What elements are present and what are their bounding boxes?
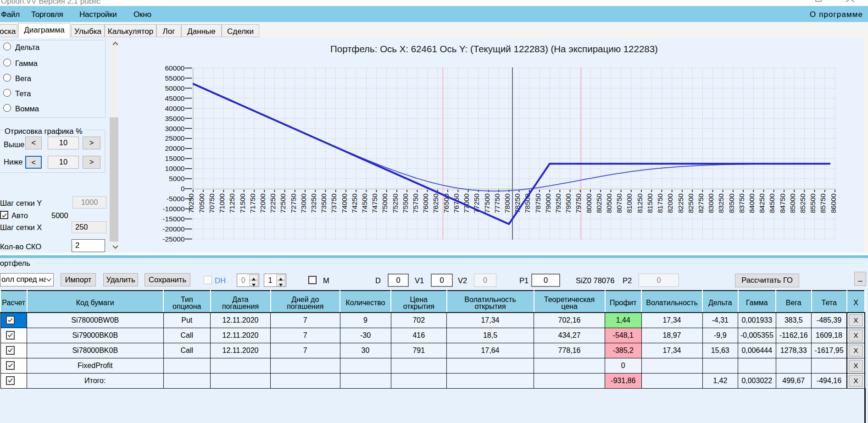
svg-text:10000: 10000 <box>165 165 184 172</box>
svg-text:84000: 84000 <box>748 193 756 213</box>
svg-text:-20000: -20000 <box>162 225 185 233</box>
svg-text:45000: 45000 <box>165 94 184 102</box>
svg-text:80000: 80000 <box>585 193 593 213</box>
svg-text:86000: 86000 <box>829 193 837 213</box>
svg-text:82250: 82250 <box>677 193 684 213</box>
svg-text:-5000: -5000 <box>167 195 185 203</box>
svg-text:85750: 85750 <box>819 193 827 213</box>
svg-text:74000: 74000 <box>340 193 348 213</box>
svg-text:78750: 78750 <box>534 193 542 213</box>
svg-text:81750: 81750 <box>656 193 664 213</box>
svg-text:60000: 60000 <box>165 64 184 72</box>
svg-text:72250: 72250 <box>269 193 277 213</box>
svg-text:82000: 82000 <box>666 193 674 213</box>
svg-text:85000: 85000 <box>789 193 796 213</box>
svg-text:83750: 83750 <box>738 193 746 213</box>
svg-text:71000: 71000 <box>218 193 226 213</box>
svg-text:82750: 82750 <box>697 193 705 213</box>
svg-text:72000: 72000 <box>259 193 267 213</box>
svg-text:82500: 82500 <box>687 193 695 213</box>
svg-text:75000: 75000 <box>381 193 389 213</box>
svg-text:72500: 72500 <box>279 193 287 213</box>
svg-text:40000: 40000 <box>165 104 184 112</box>
svg-text:72750: 72750 <box>289 193 297 213</box>
svg-text:71500: 71500 <box>239 193 246 213</box>
svg-text:71750: 71750 <box>249 193 256 213</box>
svg-text:81250: 81250 <box>636 193 644 213</box>
svg-text:73750: 73750 <box>330 193 338 213</box>
svg-text:85500: 85500 <box>809 193 817 213</box>
svg-text:30000: 30000 <box>165 125 184 132</box>
svg-text:78000: 78000 <box>503 193 511 213</box>
svg-text:80250: 80250 <box>595 193 603 213</box>
svg-text:25000: 25000 <box>165 134 184 142</box>
svg-text:74250: 74250 <box>351 193 358 213</box>
svg-text:70250: 70250 <box>187 193 195 213</box>
svg-text:79250: 79250 <box>554 193 562 213</box>
svg-text:15000: 15000 <box>165 154 184 162</box>
svg-text:81500: 81500 <box>646 193 654 213</box>
svg-text:-25000: -25000 <box>162 235 185 243</box>
svg-text:71250: 71250 <box>228 193 236 213</box>
svg-text:85250: 85250 <box>799 193 807 213</box>
svg-text:70750: 70750 <box>208 193 216 213</box>
svg-text:73250: 73250 <box>310 193 317 213</box>
svg-text:84500: 84500 <box>768 193 776 213</box>
svg-text:77750: 77750 <box>493 193 501 213</box>
svg-text:74750: 74750 <box>371 193 378 213</box>
svg-text:79750: 79750 <box>574 193 582 213</box>
svg-text:83000: 83000 <box>707 193 715 213</box>
svg-text:55000: 55000 <box>165 74 184 82</box>
svg-text:75500: 75500 <box>401 193 409 213</box>
svg-text:20000: 20000 <box>165 144 184 152</box>
svg-text:70500: 70500 <box>198 193 206 213</box>
svg-text:79000: 79000 <box>544 193 552 213</box>
svg-text:76000: 76000 <box>422 193 429 213</box>
svg-text:76750: 76750 <box>452 193 460 213</box>
svg-text:80750: 80750 <box>615 193 623 213</box>
svg-text:83250: 83250 <box>717 193 725 213</box>
svg-text:81000: 81000 <box>625 193 633 213</box>
svg-text:74500: 74500 <box>361 193 368 213</box>
svg-text:75750: 75750 <box>412 193 419 213</box>
svg-text:0: 0 <box>181 185 185 192</box>
svg-text:35000: 35000 <box>165 115 184 122</box>
svg-text:5000: 5000 <box>169 175 185 182</box>
svg-text:79500: 79500 <box>564 193 572 213</box>
svg-text:84750: 84750 <box>779 193 786 213</box>
svg-text:73500: 73500 <box>320 193 328 213</box>
svg-text:77500: 77500 <box>483 193 491 213</box>
svg-text:75250: 75250 <box>391 193 399 213</box>
svg-text:-15000: -15000 <box>162 215 185 223</box>
svg-text:-10000: -10000 <box>162 205 185 213</box>
svg-text:76250: 76250 <box>432 193 440 213</box>
svg-text:73000: 73000 <box>300 193 307 213</box>
svg-text:80500: 80500 <box>605 193 613 213</box>
svg-text:Портфель: Ось X: 62461 Ось Y:: Портфель: Ось X: 62461 Ось Y: (Текущий 1… <box>330 44 658 54</box>
svg-text:83500: 83500 <box>728 193 735 213</box>
svg-text:50000: 50000 <box>165 84 184 92</box>
svg-text:84250: 84250 <box>758 193 766 213</box>
